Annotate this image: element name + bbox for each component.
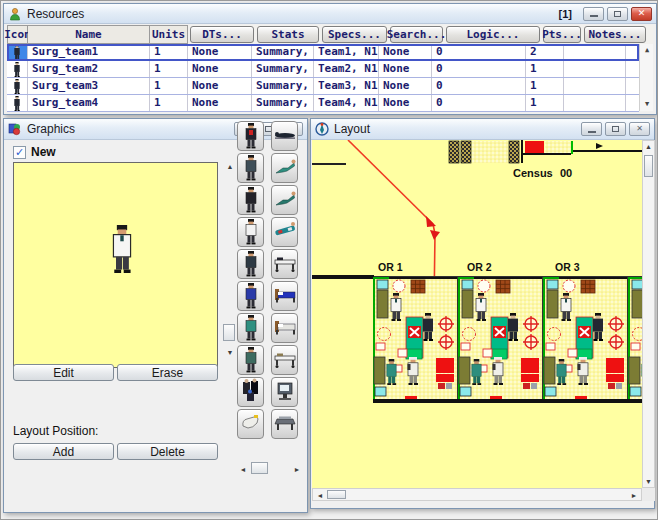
cell-logic[interactable]: 0 [432, 44, 526, 60]
column-header-dts[interactable]: DTs... [190, 26, 254, 43]
table-row[interactable]: Surg_team31NoneSummary, TTeam3, N1,None0… [7, 78, 639, 95]
cell-units[interactable]: 1 [150, 95, 188, 111]
patient-recline-teal-icon[interactable] [271, 153, 298, 183]
close-button[interactable]: ✕ [629, 122, 650, 136]
add-button[interactable]: Add [13, 443, 114, 460]
preview-scroll-down-icon[interactable]: ▼ [224, 349, 236, 356]
column-header-pts[interactable]: Pts... [543, 26, 581, 43]
person-resource-icon[interactable] [7, 95, 28, 111]
person-blue-icon[interactable] [237, 281, 264, 311]
person-walking-icon[interactable] [237, 345, 264, 375]
cell-notes[interactable] [564, 61, 626, 77]
cell-pts[interactable]: 1 [526, 95, 564, 111]
cell-pts[interactable]: 1 [526, 78, 564, 94]
maximize-button[interactable] [607, 7, 628, 21]
scroll-left-icon[interactable]: ◄ [315, 492, 325, 499]
monitor-cart-icon[interactable] [271, 377, 298, 407]
cell-dts[interactable]: None [188, 78, 252, 94]
cell-search[interactable]: None [379, 95, 432, 111]
cell-dts[interactable]: None [188, 44, 252, 60]
cell-search[interactable]: None [379, 44, 432, 60]
column-header-notes[interactable]: Notes... [584, 26, 646, 43]
person-red-vest-icon[interactable] [237, 121, 264, 151]
layout-titlebar[interactable]: Layout ✕ [311, 119, 654, 140]
minimize-button[interactable] [581, 122, 602, 136]
cell-stats[interactable]: Summary, T [252, 44, 314, 60]
bed-frame-icon[interactable] [271, 345, 298, 375]
scroll-down-icon[interactable]: ▼ [643, 478, 654, 485]
patient-stretcher-icon[interactable] [271, 217, 298, 247]
person-resource-icon[interactable] [7, 61, 28, 77]
table-row[interactable]: Surg_team21NoneSummary, TTeam2, N1,None0… [7, 61, 639, 78]
column-header-logic[interactable]: Logic... [446, 26, 540, 43]
cell-stats[interactable]: Summary, T [252, 78, 314, 94]
table-row[interactable]: Surg_team41NoneSummary, TTeam4, N1,None0… [7, 95, 639, 112]
cell-logic[interactable]: 0 [432, 95, 526, 111]
cell-units[interactable]: 1 [150, 78, 188, 94]
layout-hscroll-thumb[interactable] [327, 490, 346, 499]
resources-titlebar[interactable]: Resources [1] ✕ [4, 4, 656, 24]
column-header-stats[interactable]: Stats [257, 26, 319, 43]
palette-scroll-left-icon[interactable]: ◄ [238, 466, 248, 473]
edit-button[interactable]: Edit [13, 364, 114, 381]
gurney-dark-icon[interactable] [271, 249, 298, 279]
patient-lying-flat-icon[interactable] [271, 121, 298, 151]
cell-pts[interactable]: 2 [526, 44, 564, 60]
close-button[interactable]: ✕ [631, 7, 652, 21]
person-resource-icon[interactable] [7, 78, 28, 94]
cell-units[interactable]: 1 [150, 44, 188, 60]
column-header-specs[interactable]: Specs... [322, 26, 387, 43]
layout-hscrollbar[interactable]: ◄ ► [312, 488, 642, 501]
cell-specs[interactable]: Team4, N1, [314, 95, 379, 111]
palette-scroll-right-icon[interactable]: ► [292, 466, 302, 473]
cell-specs[interactable]: Team3, N1, [314, 78, 379, 94]
person-resource-icon[interactable] [7, 44, 28, 60]
graphic-preview-area[interactable] [13, 162, 218, 368]
cell-units[interactable]: 1 [150, 61, 188, 77]
cell-specs[interactable]: Team1, N1, [314, 44, 379, 60]
layout-canvas[interactable]: Census 00 OR 1 OR 2 OR 3 [312, 140, 642, 488]
person-teal-scrubs-icon[interactable] [237, 313, 264, 343]
cell-notes[interactable] [564, 44, 626, 60]
cell-search[interactable]: None [379, 78, 432, 94]
cell-specs[interactable]: Team2, N1, [314, 61, 379, 77]
preview-scroll-thumb[interactable] [223, 324, 235, 341]
cell-notes[interactable] [564, 95, 626, 111]
maximize-button[interactable] [605, 122, 626, 136]
cell-stats[interactable]: Summary, T [252, 61, 314, 77]
scroll-down-icon[interactable]: ▼ [640, 99, 654, 110]
person-dark-icon[interactable] [237, 185, 264, 215]
cell-pts[interactable]: 1 [526, 61, 564, 77]
table-scrollbar[interactable]: ▲ ▼ [639, 44, 653, 111]
surgical-table-icon[interactable] [271, 409, 298, 439]
person-white-coat-icon[interactable] [237, 217, 264, 247]
cell-stats[interactable]: Summary, T [252, 95, 314, 111]
hand-glove-icon[interactable] [237, 409, 264, 439]
cell-name[interactable]: Surg_team3 [28, 78, 150, 94]
erase-button[interactable]: Erase [117, 364, 218, 381]
delete-button[interactable]: Delete [117, 443, 218, 460]
resize-grip[interactable] [642, 488, 655, 501]
layout-vscrollbar[interactable]: ▲ ▼ [642, 140, 655, 488]
layout-vscroll-thumb[interactable] [644, 155, 653, 177]
person-dark2-icon[interactable] [237, 249, 264, 279]
hospital-bed-white-icon[interactable] [271, 313, 298, 343]
scroll-up-icon[interactable]: ▲ [640, 45, 654, 56]
preview-scroll-up-icon[interactable]: ▲ [224, 163, 236, 170]
cell-name[interactable]: Surg_team2 [28, 61, 150, 77]
cell-notes[interactable] [564, 78, 626, 94]
cell-search[interactable]: None [379, 61, 432, 77]
cell-logic[interactable]: 0 [432, 61, 526, 77]
cell-name[interactable]: Surg_team1 [28, 44, 150, 60]
palette-scroll-thumb[interactable] [251, 462, 268, 474]
scroll-up-icon[interactable]: ▲ [643, 143, 654, 150]
cell-dts[interactable]: None [188, 61, 252, 77]
people-group-icon[interactable] [237, 377, 264, 407]
minimize-button[interactable] [583, 7, 604, 21]
person-gray-icon[interactable] [237, 153, 264, 183]
cell-dts[interactable]: None [188, 95, 252, 111]
column-header-search[interactable]: Search... [390, 26, 443, 43]
bed-blue-blanket-icon[interactable] [271, 281, 298, 311]
cell-logic[interactable]: 0 [432, 78, 526, 94]
table-row[interactable]: Surg_team11NoneSummary, TTeam1, N1,None0… [7, 44, 639, 61]
